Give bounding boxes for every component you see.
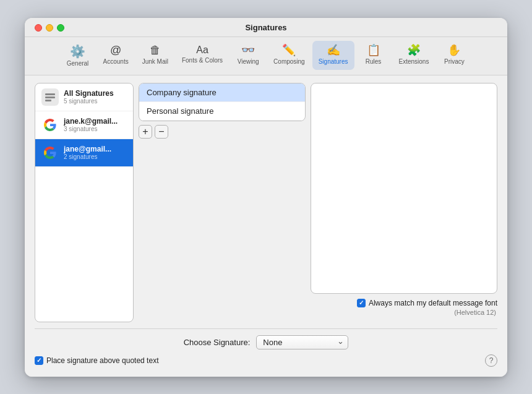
toolbar-label-extensions: Extensions bbox=[399, 58, 429, 65]
toolbar-label-junk: Junk Mail bbox=[142, 58, 168, 65]
sig-item-personal[interactable]: Personal signature bbox=[139, 102, 305, 121]
toolbar-label-viewing: Viewing bbox=[238, 58, 259, 65]
place-sig-checkbox[interactable] bbox=[35, 356, 43, 365]
mid-section: Company signature Personal signature + − bbox=[139, 83, 311, 322]
compose-icon: ✏️ bbox=[282, 44, 296, 58]
toolbar-item-accounts[interactable]: @ Accounts bbox=[97, 41, 135, 70]
at-icon: @ bbox=[110, 44, 121, 58]
divider bbox=[35, 328, 497, 329]
list-controls: + − bbox=[139, 125, 168, 139]
content-area: All Signatures 5 signatures bbox=[25, 75, 507, 322]
choose-sig-label: Choose Signature: bbox=[184, 338, 251, 347]
always-match-checkbox[interactable] bbox=[357, 299, 366, 307]
toolbar-item-fonts[interactable]: Aa Fonts & Colors bbox=[176, 41, 229, 70]
help-button[interactable]: ? bbox=[485, 354, 497, 367]
viewing-icon: 👓 bbox=[241, 44, 255, 58]
account-info-jane1: jane.k@gmail... 3 signatures bbox=[64, 117, 127, 132]
signature-icon: ✍️ bbox=[327, 44, 340, 58]
preview-options: Always match my default message font (He… bbox=[311, 299, 497, 322]
close-button[interactable] bbox=[35, 24, 42, 32]
toolbar-item-privacy[interactable]: ✋ Privacy bbox=[436, 41, 472, 70]
toolbar-label-rules: Rules bbox=[366, 58, 382, 65]
signature-preview-panel bbox=[311, 83, 497, 294]
account-name-jane2: jane@gmail... bbox=[64, 145, 127, 153]
fonts-icon: Aa bbox=[196, 44, 208, 56]
accounts-spacer bbox=[35, 167, 133, 322]
sig-item-company[interactable]: Company signature bbox=[139, 84, 305, 102]
extensions-icon: 🧩 bbox=[407, 44, 421, 58]
maximize-button[interactable] bbox=[57, 24, 64, 32]
privacy-icon: ✋ bbox=[447, 44, 461, 58]
always-match-label: Always match my default message font bbox=[369, 299, 497, 307]
choose-sig-select-wrap: None Company signature Personal signatur… bbox=[256, 335, 348, 349]
svg-rect-1 bbox=[45, 96, 55, 98]
main-window: Signatures ⚙️ General @ Accounts 🗑 Junk … bbox=[25, 18, 507, 377]
toolbar-item-junk[interactable]: 🗑 Junk Mail bbox=[136, 41, 174, 70]
account-sigs-all: 5 signatures bbox=[64, 98, 127, 105]
place-sig-label: Place signature above quoted text bbox=[46, 356, 158, 365]
account-name-all: All Signatures bbox=[64, 89, 127, 98]
account-sigs-jane2: 2 signatures bbox=[64, 153, 127, 160]
signatures-list-panel: Company signature Personal signature bbox=[139, 83, 306, 121]
toolbar-item-composing[interactable]: ✏️ Composing bbox=[267, 41, 311, 70]
toolbar-label-signatures: Signatures bbox=[319, 58, 348, 65]
svg-rect-2 bbox=[45, 100, 51, 101]
junk-icon: 🗑 bbox=[150, 44, 161, 58]
account-item-jane1[interactable]: jane.k@gmail... 3 signatures bbox=[35, 111, 133, 139]
toolbar-item-general[interactable]: ⚙️ General bbox=[60, 41, 96, 70]
rules-icon: 📋 bbox=[367, 44, 380, 58]
traffic-lights bbox=[35, 24, 64, 32]
account-name-jane1: jane.k@gmail... bbox=[64, 117, 127, 126]
choose-sig-row: Choose Signature: None Company signature… bbox=[35, 335, 497, 349]
toolbar-label-privacy: Privacy bbox=[444, 58, 465, 65]
choose-sig-select[interactable]: None Company signature Personal signatur… bbox=[256, 335, 348, 349]
account-info-jane2: jane@gmail... 2 signatures bbox=[64, 145, 127, 160]
svg-rect-0 bbox=[45, 93, 55, 95]
toolbar-label-composing: Composing bbox=[273, 58, 305, 65]
remove-signature-button[interactable]: − bbox=[155, 125, 168, 139]
main-area: All Signatures 5 signatures bbox=[35, 83, 497, 322]
always-match-checkbox-wrap: Always match my default message font bbox=[357, 299, 497, 307]
gear-icon: ⚙️ bbox=[70, 44, 85, 59]
bottom-section: Choose Signature: None Company signature… bbox=[25, 322, 507, 377]
window-title: Signatures bbox=[245, 23, 286, 32]
google-avatar-jane1 bbox=[41, 116, 59, 134]
font-hint: (Helvetica 12) bbox=[454, 309, 497, 316]
google-avatar-jane2 bbox=[41, 144, 59, 161]
toolbar-item-signatures[interactable]: ✍️ Signatures bbox=[312, 41, 354, 70]
right-section: Always match my default message font (He… bbox=[311, 83, 497, 322]
toolbar-label-accounts: Accounts bbox=[103, 58, 129, 65]
all-signatures-icon bbox=[41, 88, 59, 106]
add-signature-button[interactable]: + bbox=[139, 125, 152, 139]
list-controls-row: + − bbox=[139, 121, 311, 143]
always-match-row: Always match my default message font bbox=[357, 299, 497, 307]
accounts-panel: All Signatures 5 signatures bbox=[35, 83, 134, 322]
toolbar-item-viewing[interactable]: 👓 Viewing bbox=[230, 41, 266, 70]
toolbar-label-fonts: Fonts & Colors bbox=[182, 57, 223, 64]
account-item-jane2[interactable]: jane@gmail... 2 signatures bbox=[35, 139, 133, 167]
minimize-button[interactable] bbox=[46, 24, 53, 32]
titlebar: Signatures bbox=[25, 18, 507, 37]
account-sigs-jane1: 3 signatures bbox=[64, 126, 127, 132]
toolbar-item-rules[interactable]: 📋 Rules bbox=[356, 41, 392, 70]
toolbar: ⚙️ General @ Accounts 🗑 Junk Mail Aa Fon… bbox=[25, 37, 507, 75]
account-item-all[interactable]: All Signatures 5 signatures bbox=[35, 84, 133, 111]
account-info-all: All Signatures 5 signatures bbox=[64, 89, 127, 105]
toolbar-label-general: General bbox=[67, 60, 89, 67]
place-sig-row: Place signature above quoted text ? bbox=[35, 354, 497, 367]
toolbar-item-extensions[interactable]: 🧩 Extensions bbox=[393, 41, 435, 70]
